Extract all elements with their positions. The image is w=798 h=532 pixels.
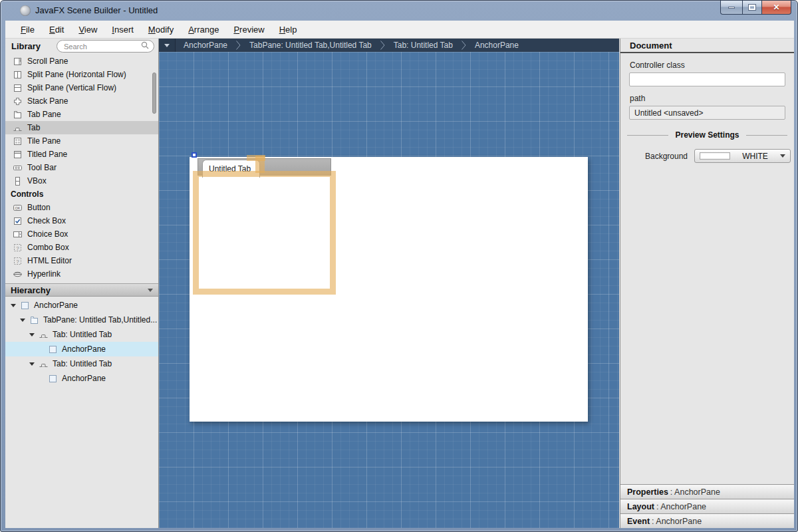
search-placeholder: Search: [64, 43, 140, 51]
library-item-label: Tile Pane: [27, 136, 61, 146]
minimize-button[interactable]: [720, 1, 742, 15]
svg-text:OK: OK: [15, 206, 20, 210]
library-item-scroll-pane[interactable]: Scroll Pane: [5, 55, 158, 68]
library-item-split-pane-vertical-flow-[interactable]: Split Pane (Vertical Flow): [5, 81, 158, 94]
titlebar[interactable]: JavaFX Scene Builder - Untitled ✕: [1, 1, 797, 21]
breadcrumb-item-0[interactable]: AnchorPane: [176, 41, 235, 50]
preview-settings-title: Preview Settings: [668, 130, 745, 140]
window-title: JavaFX Scene Builder - Untitled: [35, 5, 158, 15]
breadcrumb-menu-button[interactable]: [159, 39, 176, 52]
chevron-down-icon: [780, 154, 785, 158]
library-item-check-box[interactable]: Check Box: [5, 214, 158, 227]
menu-modify[interactable]: Modify: [141, 22, 181, 37]
magnifier-icon: [140, 41, 150, 53]
hierarchy-row-anchorpane[interactable]: AnchorPane: [5, 298, 158, 313]
controller-class-field[interactable]: [629, 72, 785, 86]
menu-view[interactable]: View: [71, 22, 104, 37]
hierarchy-row-label: AnchorPane: [62, 344, 106, 354]
library-item-tool-bar[interactable]: Tool Bar: [5, 161, 158, 174]
inspector-section-event[interactable]: Event : AnchorPane: [620, 513, 794, 528]
background-swatch: [700, 152, 730, 160]
path-field[interactable]: Untitled <unsaved>: [629, 106, 785, 120]
menu-edit[interactable]: Edit: [42, 22, 71, 37]
check-box-icon: [13, 216, 22, 225]
background-label: Background: [645, 152, 688, 161]
library-item-vbox[interactable]: VBox: [5, 174, 158, 188]
disclosure-triangle-icon[interactable]: [20, 319, 25, 322]
maximize-button[interactable]: [742, 1, 762, 15]
hierarchy-row-anchorpane[interactable]: AnchorPane: [5, 371, 158, 386]
menu-preview[interactable]: Preview: [226, 22, 271, 37]
hierarchy-row-label: Tab: Untitled Tab: [53, 330, 112, 339]
library-item-label: HTML Editor: [27, 256, 72, 265]
client-area: Library Search Scroll PaneSplit Pane (Ho…: [5, 39, 794, 528]
search-input[interactable]: Search: [57, 40, 154, 53]
menu-help[interactable]: Help: [272, 22, 305, 37]
divider: [627, 135, 668, 136]
anchor-pane-icon: [20, 301, 30, 311]
menu-arrange[interactable]: Arrange: [181, 22, 226, 37]
menu-file[interactable]: File: [13, 22, 42, 37]
library-item-tab-pane[interactable]: Tab Pane: [5, 108, 158, 121]
hierarchy-title: Hierarchy: [11, 285, 51, 295]
window-controls: ✕: [720, 1, 791, 15]
library-item-stack-pane[interactable]: Stack Pane: [5, 94, 158, 108]
close-button[interactable]: ✕: [762, 1, 791, 15]
library-item-tab[interactable]: Tab: [5, 121, 158, 134]
divider: [746, 135, 787, 136]
library-item-label: Check Box: [27, 216, 66, 225]
disclosure-triangle-icon[interactable]: [11, 304, 16, 307]
hierarchy-row-anchorpane[interactable]: AnchorPane: [5, 342, 158, 356]
library-item-hyperlink[interactable]: Hyperlink: [5, 267, 158, 281]
svg-text:?: ?: [16, 245, 19, 251]
menu-insert[interactable]: Insert: [104, 22, 141, 37]
hierarchy-row-tab-untitled-tab[interactable]: Tab: Untitled Tab: [5, 356, 158, 371]
library-item-label: Tool Bar: [27, 163, 57, 172]
anchor-pane-icon: [48, 344, 58, 354]
background-dropdown[interactable]: WHITE: [694, 149, 791, 163]
hierarchy-row-tab-untitled-tab[interactable]: Tab: Untitled Tab: [5, 327, 158, 342]
inspector-section-properties[interactable]: Properties : AnchorPane: [620, 484, 794, 499]
library-item-label: Combo Box: [27, 243, 69, 252]
close-icon: ✕: [773, 3, 779, 11]
app-icon: [20, 5, 31, 16]
design-surface[interactable]: Untitled Tab: [159, 52, 619, 528]
library-item-label: Hyperlink: [27, 269, 61, 279]
breadcrumb-item-2[interactable]: Tab: Untitled Tab: [386, 41, 461, 50]
library-scrollbar-thumb[interactable]: [152, 72, 156, 114]
hierarchy-row-label: AnchorPane: [34, 301, 78, 310]
inspector-accordion: Properties : AnchorPaneLayout : AnchorPa…: [620, 484, 794, 528]
tab-icon: [13, 123, 22, 132]
library-item-button[interactable]: OKButton: [5, 201, 158, 214]
section-name: Layout: [627, 502, 654, 511]
library-header: Library Search: [5, 39, 158, 54]
library-item-tile-pane[interactable]: Tile Pane: [5, 134, 158, 148]
root-anchor-pane-canvas[interactable]: Untitled Tab: [190, 157, 588, 422]
library-item-label: VBox: [27, 176, 47, 186]
breadcrumb: AnchorPaneTabPane: Untitled Tab,Untitled…: [159, 39, 619, 52]
breadcrumb-separator-icon: [461, 40, 467, 51]
selection-resize-handle[interactable]: [192, 152, 197, 158]
disclosure-triangle-icon[interactable]: [29, 362, 35, 366]
tile-pane-icon: [13, 136, 22, 146]
tab-node-icon: [39, 330, 49, 340]
library-item-choice-box[interactable]: Choice Box: [5, 227, 158, 241]
hierarchy-row-tabpane-untitled-tab-untitled-[interactable]: TabPane: Untitled Tab,Untitled...: [5, 313, 158, 327]
library-item-label: Tab: [27, 123, 40, 132]
hierarchy-menu-icon[interactable]: [148, 289, 153, 292]
library-item-split-pane-horizontal-flow-[interactable]: Split Pane (Horizontal Flow): [5, 68, 158, 81]
inspector-section-layout[interactable]: Layout : AnchorPane: [620, 499, 794, 513]
combo-box-icon: ?: [13, 243, 22, 252]
path-value: Untitled <unsaved>: [634, 108, 703, 118]
disclosure-triangle-icon[interactable]: [29, 333, 35, 336]
section-target: : AnchorPane: [656, 502, 706, 511]
hierarchy-header: Hierarchy: [5, 283, 158, 297]
document-section-header[interactable]: Document: [620, 39, 794, 53]
library-item-titled-pane[interactable]: Titled Pane: [5, 148, 158, 161]
breadcrumb-item-3[interactable]: AnchorPane: [467, 41, 527, 50]
breadcrumb-item-1[interactable]: TabPane: Untitled Tab,Untitled Tab: [241, 41, 380, 50]
svg-text:?: ?: [16, 258, 19, 264]
library-item-combo-box[interactable]: ?Combo Box: [5, 241, 158, 254]
vbox-icon: [13, 176, 22, 186]
library-item-html-editor[interactable]: ?HTML Editor: [5, 254, 158, 267]
